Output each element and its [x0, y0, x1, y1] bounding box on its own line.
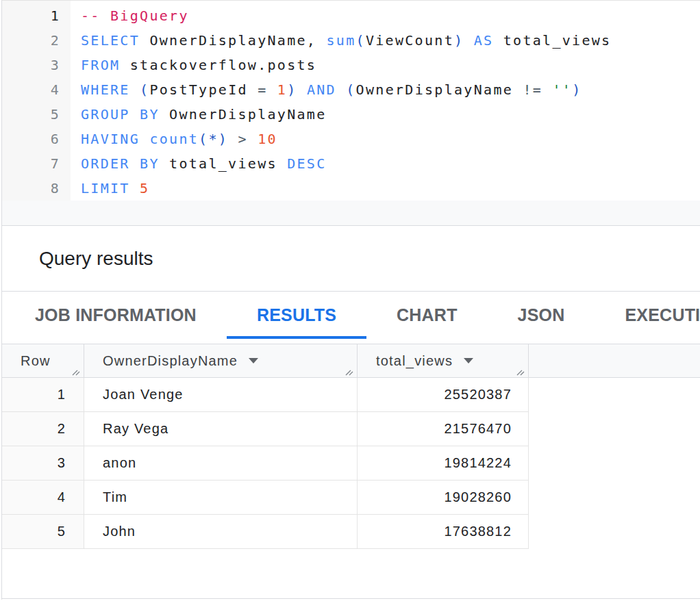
tab-label: CHART [397, 305, 458, 325]
code-token [336, 81, 346, 98]
column-header-filler [529, 344, 700, 377]
line-number: 5 [2, 102, 71, 127]
code-token: ) [287, 81, 297, 98]
code-token [130, 180, 140, 196]
line-number: 1 [2, 3, 71, 28]
tab-job-information[interactable]: JOB INFORMATION [5, 292, 227, 339]
code-token [464, 32, 473, 49]
total-views-cell: 17638812 [358, 515, 529, 549]
code-token: count [149, 131, 199, 147]
row-filler-cell [529, 412, 700, 446]
line-number: 4 [2, 77, 71, 102]
row-filler-cell [529, 515, 700, 549]
code-token: -- BigQuery [81, 8, 189, 24]
editor-gutter: 12345678 [2, 1, 71, 201]
results-footer-area [2, 549, 700, 599]
code-line[interactable]: ORDER BY total_views DESC [81, 151, 611, 176]
editor-code[interactable]: -- BigQuerySELECT OwnerDisplayName, sum(… [71, 1, 611, 201]
sort-dropdown-icon[interactable] [464, 358, 473, 363]
code-token: ORDER BY [81, 155, 160, 172]
table-row: 1Joan Venge25520387 [2, 378, 700, 412]
results-table: RowOwnerDisplayNametotal_views 1Joan Ven… [2, 344, 700, 549]
code-token: total_views [160, 155, 287, 172]
column-header-label: Row [21, 353, 51, 369]
column-resize-handle-icon[interactable] [515, 365, 526, 376]
code-token: != [523, 81, 542, 98]
row-number-cell: 4 [2, 481, 84, 515]
total-views-cell: 19814224 [358, 446, 529, 481]
tab-results[interactable]: RESULTS [227, 292, 366, 339]
code-token: WHERE [81, 81, 130, 98]
tab-chart[interactable]: CHART [366, 292, 488, 339]
code-token: PostTypeId [149, 81, 258, 98]
code-token: total_views [493, 32, 611, 49]
column-header-row[interactable]: Row [2, 344, 84, 377]
query-results-title: Query results [2, 226, 700, 270]
code-token: 5 [140, 180, 149, 196]
code-line[interactable]: -- BigQuery [81, 3, 611, 28]
column-header-total-views[interactable]: total_views [358, 344, 529, 377]
code-token [268, 81, 277, 98]
column-header-ownerdisplayname[interactable]: OwnerDisplayName [84, 344, 358, 377]
column-header-label: OwnerDisplayName [103, 353, 238, 369]
tab-json[interactable]: JSON [488, 292, 595, 339]
code-token: ( [140, 81, 149, 98]
code-line[interactable]: WHERE (PostTypeId = 1) AND (OwnerDisplay… [81, 77, 611, 102]
tab-execution-details[interactable]: EXECUTION DETAILS [595, 292, 700, 339]
code-token [297, 81, 307, 98]
owner-display-name-cell: Tim [84, 481, 358, 515]
column-resize-handle-icon[interactable] [71, 365, 82, 376]
code-token: stackoverflow.posts [120, 57, 316, 73]
sql-editor[interactable]: 12345678 -- BigQuerySELECT OwnerDisplayN… [2, 1, 700, 226]
code-token: FROM [81, 57, 120, 73]
sort-dropdown-icon[interactable] [249, 358, 258, 363]
row-number-cell: 1 [2, 378, 84, 412]
table-row: 5John17638812 [2, 515, 700, 549]
row-filler-cell [529, 378, 700, 412]
bigquery-results-panel: 12345678 -- BigQuerySELECT OwnerDisplayN… [1, 0, 700, 600]
code-token: HAVING [81, 131, 140, 147]
code-token [140, 131, 149, 147]
code-token [228, 131, 238, 147]
code-token: GROUP BY [81, 106, 160, 123]
table-row: 3anon19814224 [2, 446, 700, 481]
tab-label: JOB INFORMATION [35, 305, 197, 325]
table-header-row: RowOwnerDisplayNametotal_views [2, 344, 700, 378]
tab-label: RESULTS [257, 305, 336, 325]
row-filler-cell [529, 446, 700, 481]
code-token [248, 131, 258, 147]
row-number-cell: 2 [2, 412, 84, 446]
code-token: (*) [199, 131, 228, 147]
query-results-header: Query results [2, 226, 700, 292]
code-line[interactable]: HAVING count(*) > 10 [81, 127, 611, 151]
code-token: > [238, 131, 247, 147]
tab-label: JSON [518, 305, 565, 325]
line-number: 3 [2, 53, 71, 77]
code-token: = [258, 81, 267, 98]
code-token: SELECT [81, 32, 140, 49]
code-token: ViewCount [366, 32, 454, 49]
code-line[interactable]: FROM stackoverflow.posts [81, 53, 611, 77]
code-line[interactable]: SELECT OwnerDisplayName, sum(ViewCount) … [81, 28, 611, 53]
column-header-label: total_views [376, 353, 453, 369]
line-number: 8 [2, 176, 71, 201]
code-line[interactable]: GROUP BY OwnerDisplayName [81, 102, 611, 127]
line-number: 6 [2, 127, 71, 151]
code-token: ) [572, 81, 582, 98]
code-token: '' [552, 81, 572, 98]
owner-display-name-cell: anon [84, 446, 358, 481]
code-token: sum [327, 32, 356, 49]
code-token: OwnerDisplayName [356, 81, 523, 98]
code-line[interactable]: LIMIT 5 [81, 176, 611, 201]
code-token: AND [307, 81, 336, 98]
owner-display-name-cell: John [84, 515, 358, 549]
table-row: 2Ray Vega21576470 [2, 412, 700, 446]
column-resize-handle-icon[interactable] [344, 365, 355, 376]
row-filler-cell [529, 481, 700, 515]
code-token: ( [346, 81, 355, 98]
code-token [542, 81, 552, 98]
code-token: 10 [258, 131, 277, 147]
table-row: 4Tim19028260 [2, 481, 700, 515]
owner-display-name-cell: Joan Venge [84, 378, 358, 412]
code-token: AS [474, 32, 494, 49]
